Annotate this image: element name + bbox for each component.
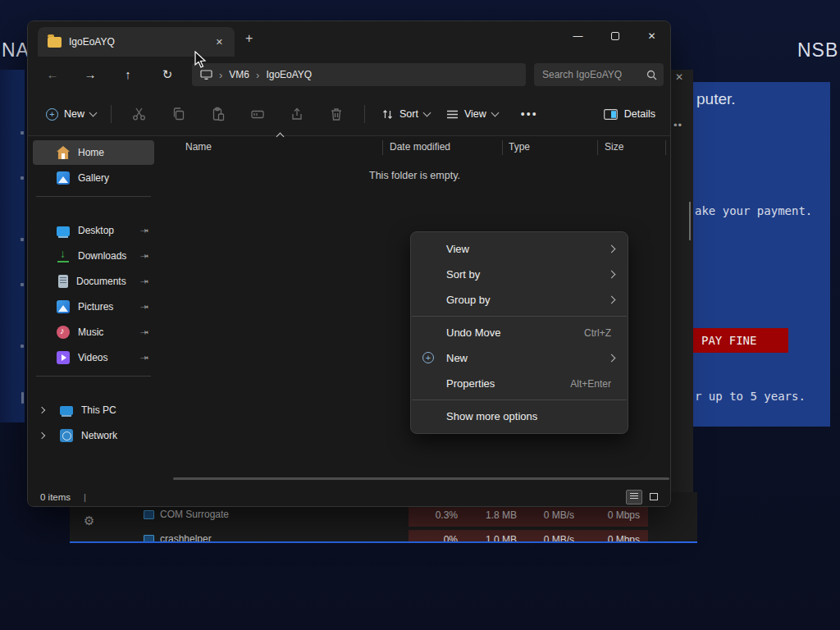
menu-item-show-more-options[interactable]: Show more options xyxy=(411,404,628,429)
details-button-label: Details xyxy=(624,108,655,120)
column-divider[interactable] xyxy=(382,140,383,155)
breadcrumb[interactable]: › VM6 › IgoEoAYQ xyxy=(192,63,526,86)
sidebar-item-downloads[interactable]: Downloads 📌︎ xyxy=(33,244,154,268)
column-header-size[interactable]: Size xyxy=(605,141,623,153)
empty-folder-message: This folder is empty. xyxy=(159,170,670,181)
menu-item-label: Sort by xyxy=(446,268,604,281)
column-header-date[interactable]: Date modified xyxy=(390,141,450,153)
strip-dot xyxy=(21,238,24,241)
sidebar-item-network[interactable]: Network xyxy=(33,423,154,448)
menu-item-view[interactable]: View xyxy=(411,236,628,262)
cut-icon[interactable] xyxy=(120,107,159,122)
sidebar-item-videos[interactable]: Videos 📌︎ xyxy=(33,345,154,370)
ransom-text-line2: ake your payment. xyxy=(695,204,812,217)
sidebar-item-home[interactable]: Home xyxy=(33,140,154,165)
chevron-right-icon[interactable] xyxy=(39,407,45,413)
close-button[interactable]: ✕ xyxy=(633,21,670,51)
network-icon xyxy=(60,429,73,442)
gallery-icon xyxy=(57,171,70,185)
copy-icon[interactable] xyxy=(159,107,199,122)
horizontal-scrollbar[interactable] xyxy=(173,477,669,480)
strip-dot xyxy=(21,176,24,180)
pin-icon: 📌︎ xyxy=(138,326,151,339)
sidebar-item-label: Network xyxy=(81,430,117,441)
minimize-button[interactable]: — xyxy=(559,21,596,51)
close-icon[interactable]: ✕ xyxy=(675,71,683,83)
column-divider[interactable] xyxy=(665,140,666,155)
menu-item-undo-move[interactable]: Undo Move Ctrl+Z xyxy=(411,320,628,345)
details-button[interactable]: Details xyxy=(604,108,655,120)
tab-close-icon[interactable]: ✕ xyxy=(212,35,226,49)
column-divider[interactable] xyxy=(597,140,598,155)
chevron-right-icon[interactable] xyxy=(39,432,45,439)
strip-mark xyxy=(21,392,24,404)
breadcrumb-item[interactable]: VM6 xyxy=(229,69,249,80)
search-icon xyxy=(646,70,657,80)
sort-button[interactable]: Sort xyxy=(373,103,438,126)
sidebar-item-documents[interactable]: Documents 📌︎ xyxy=(33,269,154,294)
downloads-icon xyxy=(57,249,70,262)
chevron-right-icon xyxy=(608,296,616,304)
column-divider[interactable] xyxy=(502,140,503,155)
background-window-strip: ✕ •• xyxy=(671,70,693,492)
menu-item-new[interactable]: + New xyxy=(411,345,628,371)
home-icon xyxy=(57,146,70,159)
divider xyxy=(36,196,151,197)
process-name: COM Surrogate xyxy=(160,509,229,520)
refresh-icon[interactable]: ↻ xyxy=(158,65,177,84)
sidebar-item-label: Home xyxy=(78,147,104,158)
up-icon[interactable]: ↑ xyxy=(118,65,138,84)
column-header-row: Name Date modified Type Size xyxy=(159,139,670,157)
new-button[interactable]: + New xyxy=(39,103,103,126)
sort-arrows-icon xyxy=(381,108,394,121)
paste-icon[interactable] xyxy=(199,107,238,122)
column-header-type[interactable]: Type xyxy=(509,141,530,153)
maximize-button[interactable] xyxy=(596,21,633,51)
share-icon[interactable] xyxy=(277,107,317,122)
scrollbar[interactable] xyxy=(689,202,691,240)
ransom-text-line1: puter. xyxy=(696,90,736,108)
search-input[interactable]: Search IgoEoAYQ xyxy=(534,63,664,86)
chevron-down-icon xyxy=(89,109,98,117)
sort-button-label: Sort xyxy=(399,108,418,120)
sidebar-item-this-pc[interactable]: This PC xyxy=(33,398,154,422)
sidebar-item-gallery[interactable]: Gallery xyxy=(33,166,154,190)
table-row[interactable]: crashhelper 0% 1.0 MB 0 MB/s 0 Mbps xyxy=(70,530,697,543)
sidebar-item-music[interactable]: Music 📌︎ xyxy=(33,320,154,345)
computer-icon xyxy=(200,70,212,80)
view-button[interactable]: View xyxy=(438,103,506,125)
disk-cell: 0 MB/s xyxy=(525,505,582,527)
strip-dot xyxy=(21,345,24,348)
titlebar[interactable]: IgoEoAYQ ✕ + — ✕ xyxy=(28,21,670,57)
music-icon xyxy=(57,326,70,339)
ransom-text-line3: r up to 5 years. xyxy=(695,390,806,403)
see-more-icon[interactable]: ••• xyxy=(506,107,553,121)
menu-item-label: Properties xyxy=(446,377,570,390)
chevron-right-icon xyxy=(608,271,616,279)
sidebar-item-pictures[interactable]: Pictures 📌︎ xyxy=(33,294,154,319)
divider xyxy=(111,105,112,123)
details-view-toggle[interactable] xyxy=(626,490,642,504)
rename-icon[interactable] xyxy=(238,107,277,122)
new-tab-icon[interactable]: + xyxy=(245,31,253,46)
network-cell: 0 Mbps xyxy=(582,530,648,543)
delete-icon[interactable] xyxy=(317,107,356,122)
memory-cell: 1.0 MB xyxy=(466,530,525,543)
more-icon[interactable]: •• xyxy=(673,119,682,131)
chevron-right-icon: › xyxy=(256,69,259,81)
menu-item-sort-by[interactable]: Sort by xyxy=(411,262,628,287)
breadcrumb-item[interactable]: IgoEoAYQ xyxy=(266,69,312,80)
column-header-name[interactable]: Name xyxy=(185,141,212,153)
large-icons-view-toggle[interactable] xyxy=(646,490,662,504)
menu-shortcut: Alt+Enter xyxy=(570,378,611,390)
menu-item-group-by[interactable]: Group by xyxy=(411,287,628,313)
divider xyxy=(364,105,365,123)
pay-fine-button[interactable]: PAY FINE xyxy=(693,328,788,353)
menu-item-properties[interactable]: Properties Alt+Enter xyxy=(411,371,628,396)
table-row[interactable]: COM Surrogate 0.3% 1.8 MB 0 MB/s 0 Mbps xyxy=(70,505,697,527)
back-icon[interactable]: ← xyxy=(43,65,62,84)
forward-icon[interactable]: → xyxy=(80,65,100,84)
sidebar-item-desktop[interactable]: Desktop 📌︎ xyxy=(33,218,154,243)
pin-icon: 📌︎ xyxy=(138,300,151,313)
view-lines-icon xyxy=(446,109,459,120)
